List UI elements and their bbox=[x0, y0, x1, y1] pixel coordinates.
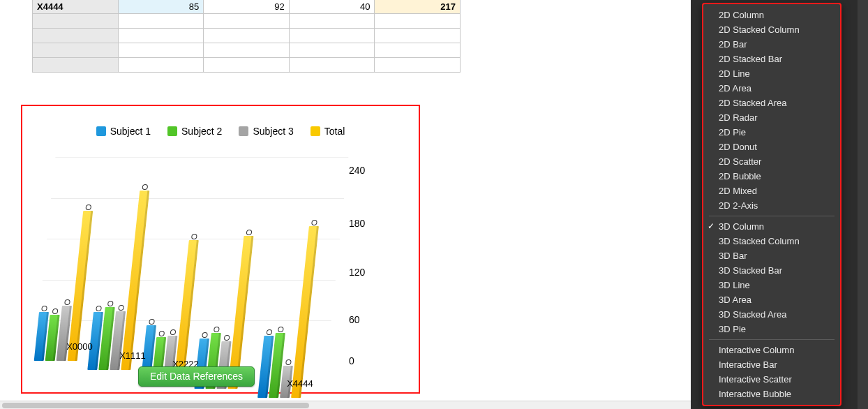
menu-separator bbox=[709, 216, 835, 216]
chart-type-option[interactable]: 2D Stacked Area bbox=[703, 96, 840, 110]
panel-scrollbar[interactable] bbox=[858, 0, 868, 409]
chart-type-option[interactable]: 2D Line bbox=[703, 66, 840, 81]
chart-type-option[interactable]: Interactive Bar bbox=[703, 357, 840, 372]
chart-type-option[interactable]: 3D Stacked Area bbox=[703, 307, 840, 322]
ytick-60: 60 bbox=[349, 314, 360, 325]
legend-swatch-subject3 bbox=[239, 126, 248, 136]
table-row: X4444 85 92 40 217 bbox=[33, 0, 461, 14]
chart-type-option[interactable]: 3D Pie bbox=[703, 322, 840, 336]
chart-type-option[interactable]: 3D Bar bbox=[703, 248, 840, 263]
table-row bbox=[33, 58, 461, 73]
horizontal-scrollbar[interactable] bbox=[0, 401, 691, 409]
document-area: X4444 85 92 40 217 Subject 1 Subject 2 S… bbox=[0, 0, 691, 409]
chart-plot bbox=[34, 157, 349, 361]
ytick-120: 120 bbox=[349, 267, 365, 278]
chart-type-option[interactable]: Interactive Bubble bbox=[703, 387, 840, 401]
legend-swatch-total bbox=[310, 126, 320, 136]
chart-type-option[interactable]: 2D Stacked Bar bbox=[703, 52, 840, 66]
chart-type-option[interactable]: 2D Bubble bbox=[703, 169, 840, 184]
ytick-180: 180 bbox=[349, 218, 365, 229]
chart-type-option[interactable]: 2D 2-Axis bbox=[703, 198, 840, 213]
data-table[interactable]: X4444 85 92 40 217 bbox=[32, 0, 461, 73]
chart-type-option[interactable]: 3D Stacked Bar bbox=[703, 263, 840, 278]
menu-separator bbox=[709, 339, 835, 340]
chart-type-option[interactable]: 2D Stacked Column bbox=[703, 22, 840, 37]
chart-type-option[interactable]: 3D Column bbox=[703, 219, 840, 234]
chart-type-option[interactable]: 2D Column bbox=[703, 8, 840, 22]
row-label[interactable]: X4444 bbox=[33, 0, 119, 14]
chart-type-option[interactable]: 3D Area bbox=[703, 292, 840, 307]
xcat-0: X0000 bbox=[66, 341, 93, 352]
cell-subject3[interactable]: 40 bbox=[289, 0, 375, 14]
chart-type-option[interactable]: 2D Donut bbox=[703, 140, 840, 154]
chart-type-option[interactable]: 3D Line bbox=[703, 278, 840, 292]
table-row bbox=[33, 29, 461, 43]
chart-type-option[interactable]: 2D Area bbox=[703, 81, 840, 96]
chart-legend: Subject 1 Subject 2 Subject 3 Total bbox=[22, 106, 419, 141]
legend-swatch-subject1 bbox=[96, 126, 106, 136]
chart-type-option[interactable]: 2D Scatter bbox=[703, 154, 840, 169]
cell-total[interactable]: 217 bbox=[375, 0, 461, 14]
table-row bbox=[33, 43, 461, 58]
scrollbar-thumb[interactable] bbox=[2, 403, 309, 408]
chart-type-option[interactable]: 2D Bar bbox=[703, 37, 840, 52]
cell-subject2[interactable]: 92 bbox=[204, 0, 290, 14]
xcat-4: X4444 bbox=[287, 378, 313, 389]
legend-label-subject2: Subject 2 bbox=[181, 126, 222, 137]
ytick-240: 240 bbox=[349, 165, 365, 176]
edit-data-references-button[interactable]: Edit Data References bbox=[138, 366, 255, 387]
legend-label-subject1: Subject 1 bbox=[110, 126, 151, 137]
chart-type-option[interactable]: 2D Mixed bbox=[703, 184, 840, 198]
xcat-1: X1111 bbox=[119, 350, 146, 361]
chart-type-option[interactable]: 2D Pie bbox=[703, 125, 840, 140]
chart-type-menu[interactable]: 2D Column2D Stacked Column2D Bar2D Stack… bbox=[702, 3, 841, 406]
legend-label-subject3: Subject 3 bbox=[253, 126, 293, 137]
legend-swatch-subject2 bbox=[167, 126, 177, 136]
table-row bbox=[33, 14, 461, 29]
cell-subject1[interactable]: 85 bbox=[118, 0, 204, 14]
legend-label-total: Total bbox=[324, 126, 345, 137]
chart-type-option[interactable]: Interactive Column bbox=[703, 343, 840, 357]
chart-type-option[interactable]: Interactive Scatter bbox=[703, 372, 840, 387]
chart-type-option[interactable]: 3D Stacked Column bbox=[703, 234, 840, 248]
chart-type-option[interactable]: 2D Radar bbox=[703, 110, 840, 125]
